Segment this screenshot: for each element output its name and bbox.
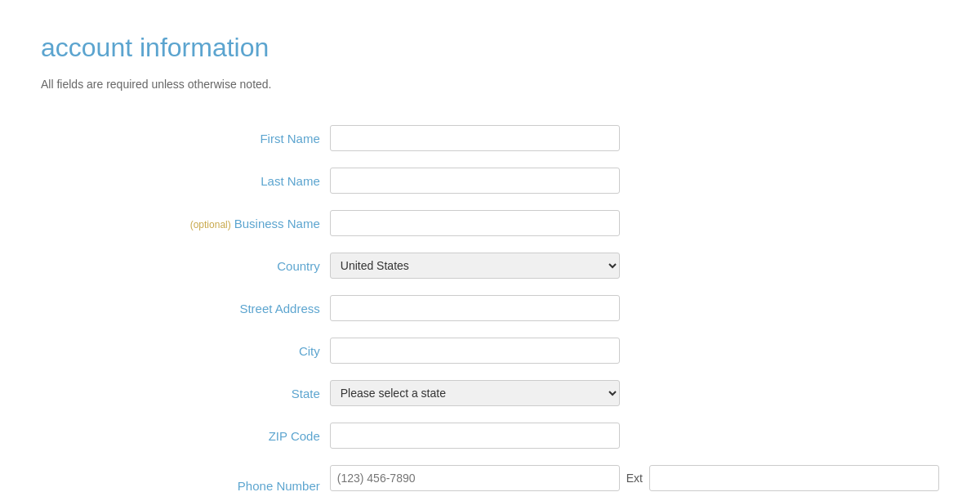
street-address-input[interactable] [330,295,620,321]
last-name-input-cell [330,163,939,199]
country-label: Country [41,248,330,284]
last-name-row: Last Name [41,163,939,199]
last-name-label: Last Name [41,163,330,199]
business-name-label: (optional)Business Name [41,205,330,241]
country-select[interactable]: United States Canada United Kingdom Aust… [330,253,620,279]
first-name-input-cell [330,120,939,156]
street-address-label: Street Address [41,290,330,326]
country-input-cell: United States Canada United Kingdom Aust… [330,248,939,284]
state-row: State Please select a state Alabama Alas… [41,375,939,411]
account-form: First Name Last Name (optional)Business … [41,114,939,492]
city-input[interactable] [330,338,620,364]
country-row: Country United States Canada United King… [41,248,939,284]
phone-number-row: Phone Number Ext Use an international nu… [41,460,939,492]
business-name-input[interactable] [330,210,620,236]
first-name-input[interactable] [330,125,620,151]
phone-number-input[interactable] [330,465,620,491]
last-name-input[interactable] [330,168,620,194]
phone-wrapper: Ext [330,465,939,491]
zip-code-input-cell [330,418,939,454]
optional-tag: (optional) [190,219,231,230]
city-input-cell [330,333,939,369]
city-row: City [41,333,939,369]
business-name-row: (optional)Business Name [41,205,939,241]
state-input-cell: Please select a state Alabama Alaska Ari… [330,375,939,411]
zip-code-input[interactable] [330,423,620,449]
ext-label: Ext [626,472,643,485]
business-name-input-cell [330,205,939,241]
page-subtitle: All fields are required unless otherwise… [41,78,939,91]
street-address-row: Street Address [41,290,939,326]
first-name-label: First Name [41,120,330,156]
street-address-input-cell [330,290,939,326]
zip-code-row: ZIP Code [41,418,939,454]
zip-code-label: ZIP Code [41,418,330,454]
phone-number-label: Phone Number [41,460,330,492]
first-name-row: First Name [41,120,939,156]
state-label: State [41,375,330,411]
phone-number-input-cell: Ext Use an international number [330,460,939,492]
city-label: City [41,333,330,369]
page-title: account information [41,33,939,63]
phone-ext-input[interactable] [649,465,939,491]
state-select[interactable]: Please select a state Alabama Alaska Ari… [330,380,620,406]
